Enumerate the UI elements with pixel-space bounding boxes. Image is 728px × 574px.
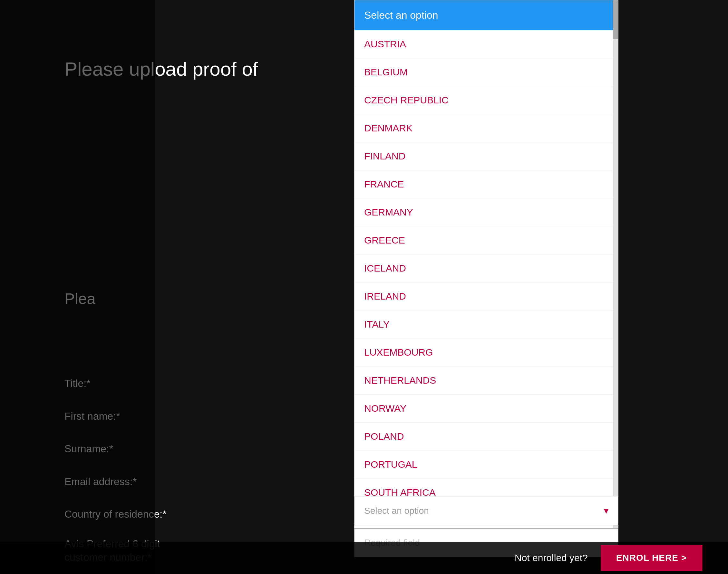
enrol-button[interactable]: ENROL HERE > bbox=[601, 545, 702, 571]
scrollbar-track bbox=[613, 0, 618, 530]
dropdown-item[interactable]: GREECE bbox=[354, 227, 618, 254]
dim-overlay bbox=[0, 0, 155, 574]
dropdown-item[interactable]: ICELAND bbox=[354, 254, 618, 283]
dropdown-item[interactable]: FINLAND bbox=[354, 142, 618, 170]
dropdown-item[interactable]: ITALY bbox=[354, 311, 618, 338]
dropdown-item[interactable]: POLAND bbox=[354, 423, 618, 451]
country-select-field[interactable]: Select an option ▾ bbox=[354, 496, 618, 525]
chevron-down-icon: ▾ bbox=[604, 505, 608, 516]
dropdown-item[interactable]: GERMANY bbox=[354, 198, 618, 227]
dropdown-item[interactable]: DENMARK bbox=[354, 114, 618, 142]
select-field-placeholder: Select an option bbox=[364, 506, 429, 516]
dropdown-item[interactable]: LUXEMBOURG bbox=[354, 338, 618, 367]
scrollbar-thumb[interactable] bbox=[613, 0, 618, 39]
dropdown-item[interactable]: PORTUGAL bbox=[354, 451, 618, 479]
dropdown-container: Select an option AUSTRIABELGIUMCZECH REP… bbox=[354, 0, 618, 530]
dropdown-item[interactable]: IRELAND bbox=[354, 283, 618, 311]
bottom-bar: Not enrolled yet? ENROL HERE > bbox=[0, 542, 728, 574]
dropdown-list[interactable]: AUSTRIABELGIUMCZECH REPUBLICDENMARKFINLA… bbox=[354, 30, 618, 530]
dropdown-item[interactable]: BELGIUM bbox=[354, 58, 618, 86]
dropdown-item[interactable]: CZECH REPUBLIC bbox=[354, 86, 618, 114]
not-enrolled-text: Not enrolled yet? bbox=[515, 552, 588, 563]
dropdown-item[interactable]: FRANCE bbox=[354, 170, 618, 198]
dropdown-item[interactable]: NORWAY bbox=[354, 395, 618, 423]
right-panel: Select an option AUSTRIABELGIUMCZECH REP… bbox=[277, 0, 728, 574]
dropdown-header: Select an option bbox=[354, 0, 618, 30]
dropdown-item[interactable]: AUSTRIA bbox=[354, 30, 618, 58]
dropdown-item[interactable]: NETHERLANDS bbox=[354, 367, 618, 395]
